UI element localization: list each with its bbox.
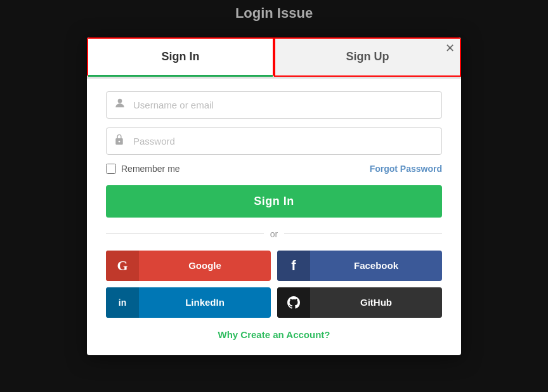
github-label: GitHub	[310, 297, 442, 308]
facebook-button[interactable]: f Facebook	[277, 251, 442, 281]
google-icon: G	[106, 251, 139, 281]
username-input[interactable]	[106, 91, 442, 119]
password-group	[106, 127, 442, 155]
or-text: or	[270, 229, 278, 239]
linkedin-button[interactable]: in LinkedIn	[106, 287, 271, 318]
github-icon	[277, 287, 310, 318]
signin-button[interactable]: Sign In	[106, 185, 442, 218]
facebook-label: Facebook	[310, 260, 442, 271]
password-input[interactable]	[106, 127, 442, 155]
linkedin-icon: in	[106, 287, 139, 318]
remember-me-label: Remember me	[106, 164, 180, 174]
github-button[interactable]: GitHub	[277, 287, 442, 318]
svg-point-2	[119, 141, 121, 143]
google-button[interactable]: G Google	[106, 251, 271, 281]
options-row: Remember me Forgot Password	[106, 164, 442, 174]
google-label: Google	[139, 260, 271, 271]
tab-signin[interactable]: Sign In	[87, 37, 274, 77]
modal-body: Remember me Forgot Password Sign In or G…	[87, 79, 461, 355]
login-modal: ✕ Sign In Sign Up	[87, 37, 461, 355]
or-divider: or	[106, 229, 442, 239]
close-button[interactable]: ✕	[445, 42, 455, 54]
linkedin-label: LinkedIn	[139, 297, 271, 308]
username-group	[106, 91, 442, 119]
page-title: Login Issue	[0, 5, 548, 22]
forgot-password-link[interactable]: Forgot Password	[370, 164, 442, 174]
facebook-icon: f	[277, 251, 310, 281]
remember-me-checkbox[interactable]	[106, 164, 116, 174]
why-create-link[interactable]: Why Create an Account?	[106, 329, 442, 340]
tab-bar: Sign In Sign Up	[87, 37, 461, 79]
lock-icon	[114, 133, 125, 149]
user-icon	[114, 97, 126, 113]
social-buttons-grid: G Google f Facebook in LinkedIn GitHub	[106, 251, 442, 318]
svg-point-0	[118, 99, 122, 103]
tab-signup[interactable]: Sign Up	[274, 37, 461, 77]
remember-me-text: Remember me	[121, 164, 180, 174]
